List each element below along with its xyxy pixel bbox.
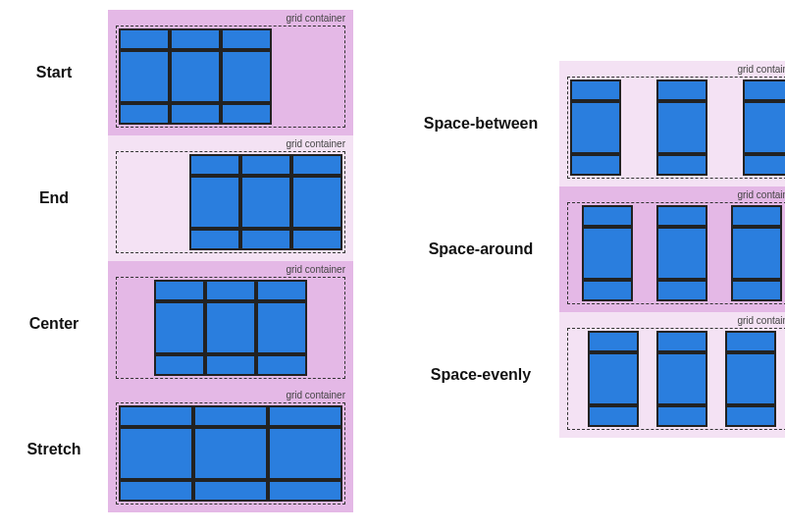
grid-cell [154, 354, 205, 376]
grid-cell [268, 480, 342, 502]
grid-cell [588, 405, 639, 427]
panel-center: grid container [108, 261, 353, 387]
grid-cell [205, 301, 256, 355]
grid-container [567, 328, 785, 430]
grid-container-label: grid container [737, 315, 785, 326]
grid-cell [582, 227, 633, 281]
row-label: End [0, 189, 108, 207]
row-label: Center [0, 315, 108, 333]
grid-cell [588, 352, 639, 406]
grid-column [582, 205, 633, 301]
grid-cell [221, 103, 272, 125]
grid-cell [291, 229, 342, 250]
grid-cell [154, 301, 205, 355]
row-label: Start [0, 64, 108, 81]
grid-container-label: grid container [286, 138, 345, 149]
panel-start: grid container [108, 10, 353, 135]
grid-cell [656, 227, 707, 281]
panel-evenly: grid container [559, 312, 785, 438]
grid-cell [119, 103, 170, 125]
grid-cell [656, 101, 707, 155]
grid-cell [119, 50, 170, 104]
grid-cell [240, 176, 291, 230]
grid-cell [291, 176, 342, 230]
grid-cell [221, 28, 272, 50]
grid-cell [170, 50, 221, 104]
grid-container [567, 77, 785, 179]
grid-container-label: grid container [737, 189, 785, 200]
grid-cell [268, 405, 342, 427]
grid-cell [240, 154, 291, 176]
grid-container [116, 402, 345, 505]
row-label: Stretch [0, 441, 108, 458]
example-row-center: Centergrid container [0, 261, 353, 387]
example-row-between: Space-betweengrid container [402, 61, 785, 186]
justify-content-diagram: Startgrid containerEndgrid containerCent… [0, 0, 785, 512]
example-row-start: Startgrid container [0, 10, 353, 135]
grid-column [656, 80, 707, 176]
example-row-around: Space-aroundgrid container [402, 186, 785, 312]
grid-column [731, 205, 782, 301]
panel-end: grid container [108, 135, 353, 261]
grid-column [189, 154, 240, 250]
grid-column [656, 205, 707, 301]
grid-cell [656, 205, 707, 227]
grid-column [725, 331, 776, 427]
grid-cell [588, 331, 639, 352]
grid-cell [291, 154, 342, 176]
grid-cell [656, 405, 707, 427]
grid-cell [725, 405, 776, 427]
grid-cell [189, 229, 240, 250]
row-label: Space-around [402, 240, 559, 258]
grid-cell [170, 28, 221, 50]
grid-cell [256, 301, 307, 355]
grid-cell [725, 331, 776, 352]
grid-container-label: grid container [737, 64, 785, 75]
grid-cell [570, 154, 621, 176]
grid-container [116, 151, 345, 253]
grid-cell [725, 352, 776, 406]
grid-cell [570, 101, 621, 155]
grid-cell [582, 280, 633, 301]
grid-container [116, 26, 345, 128]
grid-column [119, 405, 193, 502]
grid-column [656, 331, 707, 427]
grid-column [743, 80, 785, 176]
grid-column [154, 280, 205, 376]
right-column: Space-betweengrid containerSpace-aroundg… [402, 61, 785, 512]
grid-cell [582, 205, 633, 227]
grid-column [193, 405, 268, 502]
grid-cell [256, 354, 307, 376]
grid-cell [268, 427, 342, 481]
example-row-evenly: Space-evenlygrid container [402, 312, 785, 438]
grid-cell [656, 352, 707, 406]
example-row-end: Endgrid container [0, 135, 353, 261]
grid-cell [656, 80, 707, 101]
grid-column [268, 405, 342, 502]
grid-cell [170, 103, 221, 125]
grid-cell [119, 28, 170, 50]
grid-container [567, 202, 785, 304]
grid-cell [743, 80, 785, 101]
grid-container-label: grid container [286, 390, 345, 400]
grid-cell [119, 480, 193, 502]
grid-cell [731, 280, 782, 301]
grid-column [570, 80, 621, 176]
grid-column [256, 280, 307, 376]
grid-cell [193, 427, 268, 481]
grid-container-label: grid container [286, 13, 345, 24]
grid-cell [743, 101, 785, 155]
panel-around: grid container [559, 186, 785, 312]
grid-column [291, 154, 342, 250]
grid-cell [193, 405, 268, 427]
grid-cell [205, 280, 256, 301]
grid-cell [240, 229, 291, 250]
example-row-stretch: Stretchgrid container [0, 387, 353, 512]
grid-cell [256, 280, 307, 301]
grid-column [205, 280, 256, 376]
panel-between: grid container [559, 61, 785, 186]
grid-column [588, 331, 639, 427]
grid-cell [189, 154, 240, 176]
left-column: Startgrid containerEndgrid containerCent… [0, 10, 353, 512]
grid-cell [119, 405, 193, 427]
